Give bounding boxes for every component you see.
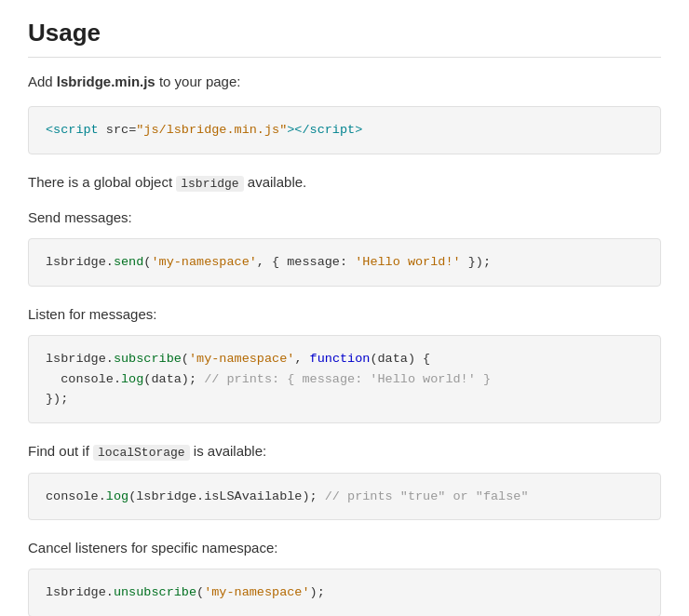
code-block-script: <script src="js/lsbridge.min.js"></scrip… <box>28 106 661 154</box>
find-out-code: localStorage <box>93 445 190 461</box>
cancel-label: Cancel listeners for specific namespace: <box>28 537 661 559</box>
code-listen-line3: }); <box>46 389 643 409</box>
code-send-obj: lsbridge. <box>46 255 114 269</box>
code-send-comma: , { message: <box>257 255 355 269</box>
code-send-msg: 'Hello world!' <box>355 255 460 269</box>
code-send-ns: 'my-namespace' <box>151 255 256 269</box>
global-object-code: lsbridge <box>176 176 243 192</box>
listen-messages-label: Listen for messages: <box>28 303 661 326</box>
code-script-src-val: "js/lsbridge.min.js" <box>136 123 287 137</box>
intro-filename: lsbridge.min.js <box>57 74 155 89</box>
code-block-listen: lsbridge.subscribe('my-namespace', funct… <box>28 335 661 423</box>
code-listen-line1: lsbridge.subscribe('my-namespace', funct… <box>46 349 643 369</box>
intro-paragraph: Add lsbridge.min.js to your page: <box>28 71 661 93</box>
code-listen-line2: console.log(data); // prints: { message:… <box>46 369 643 390</box>
find-out-text-after: is available: <box>190 443 267 459</box>
intro-add-suffix: to your page: <box>155 74 241 89</box>
find-out-text-before: Find out if <box>28 443 93 459</box>
find-out-paragraph: Find out if localStorage is available: <box>28 440 661 463</box>
code-script-src-attr: src= <box>106 123 136 137</box>
code-block-send: lsbridge.send('my-namespace', { message:… <box>28 238 661 287</box>
page-title: Usage <box>28 19 661 58</box>
global-object-paragraph: There is a global object lsbridge availa… <box>28 171 661 194</box>
send-messages-label: Send messages: <box>28 207 661 229</box>
code-script-tag-close: ></script> <box>287 123 362 137</box>
code-send-method: send <box>114 255 143 269</box>
global-object-text-after: available. <box>244 174 307 190</box>
global-object-text-before: There is a global object <box>28 174 176 190</box>
code-script-tag-open: <script <box>46 123 99 137</box>
code-send-close: }); <box>461 255 491 269</box>
intro-add-text: Add <box>28 74 57 89</box>
code-block-cancel: lsbridge.unsubscribe('my-namespace'); <box>28 569 661 616</box>
code-block-find: console.log(lsbridge.isLSAvailable); // … <box>28 473 661 521</box>
